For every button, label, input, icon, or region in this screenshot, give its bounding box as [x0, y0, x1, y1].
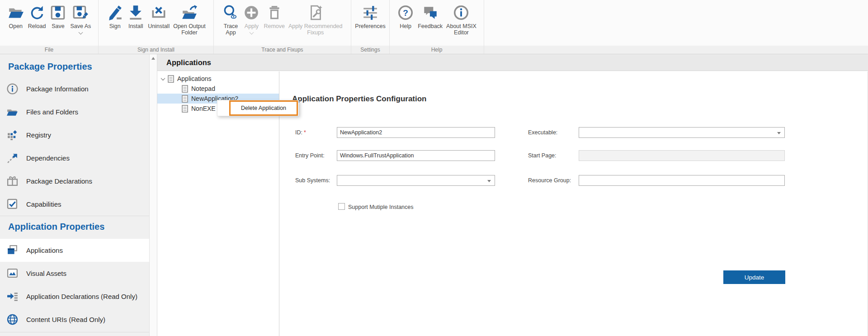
trash-icon: [266, 2, 283, 23]
preferences-button[interactable]: Preferences: [353, 2, 387, 29]
sub-systems-label: Sub Systems:: [295, 177, 330, 184]
open-output-folder-icon: [181, 2, 198, 23]
save-button[interactable]: Save: [47, 2, 68, 29]
button-label: Feedback: [418, 23, 443, 29]
apply-recommended-fixups-button[interactable]: Apply Recommended Fixups: [287, 2, 344, 36]
uninstall-icon: [150, 2, 167, 23]
feedback-button[interactable]: Feedback: [416, 2, 444, 29]
resource-group-input[interactable]: [579, 175, 785, 186]
sidebar-item-package-declarations[interactable]: Package Declarations: [0, 170, 149, 193]
ribbon-group-label: Help: [390, 47, 484, 53]
executable-label: Executable:: [528, 129, 557, 136]
sidebar-scrollbar[interactable]: [149, 54, 157, 336]
files-and-folders-icon: [6, 106, 19, 118]
sidebar-item-package-information[interactable]: Package Information: [0, 77, 149, 100]
sidebar-item-label: Registry: [26, 131, 51, 139]
sub-systems-dropdown[interactable]: [337, 175, 495, 186]
support-multiple-instances-checkbox[interactable]: [338, 203, 345, 210]
button-label: Help: [400, 23, 411, 29]
ribbon-group-file: Open Reload Save: [0, 0, 99, 54]
sign-button[interactable]: Sign: [104, 2, 125, 29]
sidebar-item-label: Files and Folders: [26, 108, 78, 116]
button-label: Apply Recommended: [288, 23, 343, 29]
ribbon-group-help: ? Help Feedback About MSIX Editor: [390, 0, 484, 54]
remove-button[interactable]: Remove: [262, 2, 287, 29]
button-label: Install: [128, 23, 143, 29]
application-properties-heading: Application Properties: [8, 222, 104, 232]
open-output-folder-button[interactable]: Open Output Folder: [171, 2, 208, 36]
capabilities-icon: [6, 198, 19, 210]
update-button[interactable]: Update: [723, 270, 785, 284]
sidebar-item-registry[interactable]: Registry: [0, 123, 149, 147]
app-node-icon: [182, 95, 188, 103]
button-label: Trace: [224, 23, 238, 29]
button-label: Save As: [70, 23, 91, 29]
applications-icon: [6, 244, 19, 256]
sidebar-item-capabilities[interactable]: Capabilities: [0, 193, 149, 216]
sidebar-item-content-uris[interactable]: Content URIs (Read Only): [0, 308, 149, 331]
resource-group-label: Resource Group:: [528, 177, 571, 184]
chevron-down-icon: [78, 30, 83, 35]
install-button[interactable]: Install: [125, 2, 146, 29]
tree-node-label[interactable]: Applications: [177, 75, 212, 82]
button-label: Preferences: [355, 23, 385, 29]
sidebar-item-dependencies[interactable]: Dependencies: [0, 147, 149, 170]
about-msix-editor-button[interactable]: About MSIX Editor: [444, 2, 478, 36]
button-label: Save: [52, 23, 65, 29]
id-input[interactable]: [337, 127, 495, 138]
save-as-button[interactable]: Save As: [68, 2, 93, 34]
ribbon-toolbar: Open Reload Save: [0, 0, 868, 54]
app-node-icon: [182, 105, 188, 113]
delete-application-menu-item[interactable]: Delete Application: [229, 100, 298, 116]
button-label-line2: Fixups: [307, 29, 324, 36]
applications-panel-header: Applications: [157, 54, 868, 71]
button-label: Remove: [264, 23, 285, 29]
sidebar-item-label: Application Declarations (Read Only): [26, 293, 137, 300]
context-menu: Delete Application: [217, 100, 299, 116]
sidebar-item-application-declarations[interactable]: Application Declarations (Read Only): [0, 285, 149, 308]
tree-node-label[interactable]: NonEXE: [191, 105, 216, 112]
sidebar-item-files-and-folders[interactable]: Files and Folders: [0, 100, 149, 123]
tree-node-notepad[interactable]: Notepad: [157, 84, 279, 94]
navigation-sidebar: Package Properties Package Information F…: [0, 54, 149, 336]
ribbon-group-label: Settings: [351, 47, 389, 53]
button-label-line2: App: [226, 29, 236, 36]
sidebar-divider: [0, 332, 149, 332]
package-information-icon: [6, 83, 19, 95]
form-heading: Application Properties Configuration: [292, 95, 427, 104]
button-label: About MSIX: [446, 23, 476, 29]
preferences-sliders-icon: [362, 2, 379, 23]
sign-pencil-icon: [106, 2, 123, 23]
chevron-down-icon: [250, 30, 254, 35]
help-button[interactable]: ? Help: [395, 2, 416, 29]
package-declarations-icon: [6, 175, 19, 187]
sidebar-item-label: Content URIs (Read Only): [26, 316, 105, 323]
entry-point-input[interactable]: [337, 150, 495, 161]
reload-button[interactable]: Reload: [26, 2, 48, 29]
application-declarations-icon: [6, 290, 19, 303]
svg-text:?: ?: [403, 8, 408, 18]
content-uris-globe-icon: [6, 313, 19, 326]
tree-node-label[interactable]: Notepad: [191, 85, 215, 92]
sidebar-item-label: Applications: [26, 246, 63, 254]
apply-plus-icon: [243, 2, 260, 23]
open-folder-icon: [7, 2, 24, 23]
uninstall-button[interactable]: Uninstall: [146, 2, 171, 29]
sidebar-item-label: Visual Assets: [26, 270, 66, 277]
applications-content-area: Applications Notepad NewApplication2 Non…: [157, 71, 868, 336]
registry-icon: [6, 129, 19, 141]
ribbon-group-label: Sign and Install: [99, 47, 213, 53]
sidebar-item-applications[interactable]: Applications: [0, 239, 149, 262]
ribbon-group-sign-install: Sign Install Uninstall: [99, 0, 214, 54]
sidebar-item-visual-assets[interactable]: Visual Assets: [0, 262, 149, 285]
executable-dropdown[interactable]: [579, 127, 785, 138]
trace-app-button[interactable]: Trace App: [220, 2, 241, 36]
apply-button[interactable]: Apply: [241, 2, 262, 34]
required-asterisk: *: [304, 129, 306, 136]
open-button[interactable]: Open: [5, 2, 26, 29]
tree-node-applications-root[interactable]: Applications: [157, 74, 279, 84]
sidebar-item-label: Package Declarations: [26, 177, 92, 185]
feedback-bubbles-icon: [422, 2, 439, 23]
scrollbar-up-arrow-icon[interactable]: [151, 57, 155, 60]
chevron-down-icon[interactable]: [161, 76, 165, 80]
